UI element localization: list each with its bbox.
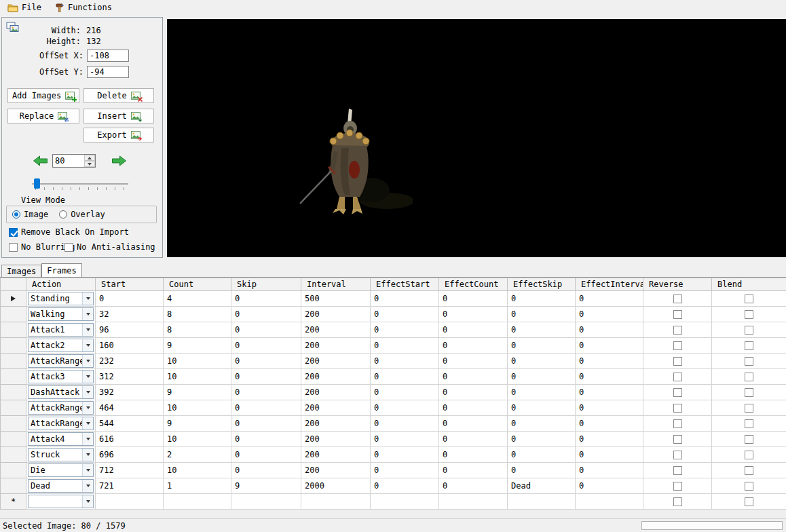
- effect-skip-cell[interactable]: 0: [508, 447, 576, 463]
- skip-cell[interactable]: 0: [231, 385, 301, 400]
- effect-count-cell[interactable]: 0: [439, 322, 508, 338]
- start-cell[interactable]: 232: [96, 354, 164, 369]
- effect-count-cell[interactable]: 0: [439, 416, 508, 432]
- col-header-blend[interactable]: Blend: [712, 278, 786, 291]
- next-image-button[interactable]: [109, 153, 128, 168]
- blend-checkbox[interactable]: [745, 482, 753, 491]
- effect-start-cell[interactable]: 0: [371, 291, 439, 307]
- chevron-down-icon[interactable]: [82, 386, 93, 398]
- row-header[interactable]: [1, 416, 26, 432]
- count-cell[interactable]: 10: [164, 354, 231, 369]
- effect-count-cell[interactable]: 0: [439, 463, 508, 478]
- action-combobox[interactable]: [28, 495, 94, 508]
- effect-interval-cell[interactable]: 0: [576, 354, 643, 369]
- remove-black-option[interactable]: Remove Black On Import: [9, 227, 129, 237]
- effect-start-cell[interactable]: 0: [371, 385, 439, 400]
- effect-start-cell[interactable]: 0: [371, 447, 439, 463]
- action-combobox[interactable]: AttackRange2: [28, 401, 94, 415]
- reverse-checkbox[interactable]: [673, 419, 682, 428]
- action-combobox[interactable]: Struck: [28, 448, 94, 461]
- start-cell[interactable]: 544: [96, 416, 164, 432]
- effect-start-cell[interactable]: 0: [371, 463, 439, 478]
- effect-interval-cell[interactable]: 0: [576, 291, 643, 307]
- reverse-checkbox[interactable]: [673, 373, 682, 381]
- add-images-button[interactable]: Add Images: [7, 88, 79, 103]
- reverse-checkbox[interactable]: [673, 404, 682, 413]
- col-header-start[interactable]: Start: [96, 278, 164, 291]
- effect-start-cell[interactable]: 0: [371, 416, 439, 432]
- count-cell[interactable]: 2: [164, 447, 231, 463]
- effect-interval-cell[interactable]: 0: [576, 432, 643, 447]
- effect-skip-cell[interactable]: 0: [508, 291, 576, 307]
- effect-start-cell[interactable]: [371, 494, 439, 510]
- row-header[interactable]: [1, 369, 26, 385]
- chevron-down-icon[interactable]: [82, 402, 93, 414]
- blend-checkbox[interactable]: [745, 373, 753, 381]
- action-combobox[interactable]: Attack2: [28, 339, 94, 352]
- chevron-down-icon[interactable]: [82, 292, 93, 305]
- interval-cell[interactable]: 200: [301, 354, 371, 369]
- skip-cell[interactable]: [231, 494, 301, 510]
- effect-interval-cell[interactable]: 0: [576, 400, 643, 416]
- tab-images[interactable]: Images: [1, 265, 41, 277]
- effect-start-cell[interactable]: 0: [371, 322, 439, 338]
- effect-interval-cell[interactable]: [576, 494, 643, 510]
- view-mode-option-image[interactable]: Image: [12, 210, 48, 219]
- row-header[interactable]: [1, 322, 26, 338]
- start-cell[interactable]: 392: [96, 385, 164, 400]
- effect-skip-cell[interactable]: 0: [508, 322, 576, 338]
- col-header-effectcount[interactable]: EffectCount: [439, 278, 508, 291]
- col-header-count[interactable]: Count: [164, 278, 231, 291]
- skip-cell[interactable]: 0: [231, 416, 301, 432]
- start-cell[interactable]: 616: [96, 432, 164, 447]
- effect-count-cell[interactable]: 0: [439, 354, 508, 369]
- blend-checkbox[interactable]: [745, 435, 753, 444]
- effect-count-cell[interactable]: 0: [439, 291, 508, 307]
- skip-cell[interactable]: 0: [231, 447, 301, 463]
- interval-cell[interactable]: 200: [301, 447, 371, 463]
- interval-cell[interactable]: 200: [301, 385, 371, 400]
- start-cell[interactable]: 0: [96, 291, 164, 307]
- no-antialiasing-option[interactable]: No Anti-aliasing: [64, 242, 155, 252]
- prev-image-button[interactable]: [31, 153, 50, 168]
- action-combobox[interactable]: DashAttack: [28, 385, 94, 399]
- blend-checkbox[interactable]: [745, 341, 753, 350]
- blend-checkbox[interactable]: [745, 326, 753, 335]
- effect-count-cell[interactable]: [439, 494, 508, 510]
- row-header[interactable]: [1, 338, 26, 354]
- effect-interval-cell[interactable]: 0: [576, 338, 643, 354]
- reverse-checkbox[interactable]: [673, 310, 682, 319]
- effect-interval-cell[interactable]: 0: [576, 478, 643, 494]
- effect-count-cell[interactable]: 0: [439, 307, 508, 322]
- col-header-skip[interactable]: Skip: [231, 278, 301, 291]
- delete-button[interactable]: Delete: [83, 88, 154, 103]
- count-cell[interactable]: 4: [164, 291, 231, 307]
- count-cell[interactable]: 8: [164, 307, 231, 322]
- count-cell[interactable]: 10: [164, 400, 231, 416]
- chevron-down-icon[interactable]: [82, 417, 93, 430]
- col-header-reverse[interactable]: Reverse: [643, 278, 712, 291]
- action-combobox[interactable]: Walking: [28, 307, 94, 321]
- skip-cell[interactable]: 0: [231, 322, 301, 338]
- reverse-checkbox[interactable]: [673, 482, 682, 491]
- count-cell[interactable]: 1: [164, 478, 231, 494]
- reverse-checkbox[interactable]: [673, 497, 682, 506]
- effect-count-cell[interactable]: 0: [439, 432, 508, 447]
- chevron-down-icon[interactable]: [82, 433, 93, 445]
- skip-cell[interactable]: 0: [231, 307, 301, 322]
- reverse-checkbox[interactable]: [673, 466, 682, 475]
- effect-skip-cell[interactable]: 0: [508, 463, 576, 478]
- row-header[interactable]: [1, 385, 26, 400]
- effect-start-cell[interactable]: 0: [371, 478, 439, 494]
- no-antialiasing-checkbox[interactable]: [64, 243, 73, 252]
- effect-count-cell[interactable]: 0: [439, 447, 508, 463]
- effect-interval-cell[interactable]: 0: [576, 416, 643, 432]
- interval-cell[interactable]: 200: [301, 322, 371, 338]
- blend-checkbox[interactable]: [745, 294, 753, 303]
- reverse-checkbox[interactable]: [673, 388, 682, 397]
- action-combobox[interactable]: Die: [28, 463, 94, 477]
- spin-up-icon[interactable]: [84, 155, 95, 161]
- skip-cell[interactable]: 0: [231, 291, 301, 307]
- effect-count-cell[interactable]: 0: [439, 385, 508, 400]
- count-cell[interactable]: 10: [164, 432, 231, 447]
